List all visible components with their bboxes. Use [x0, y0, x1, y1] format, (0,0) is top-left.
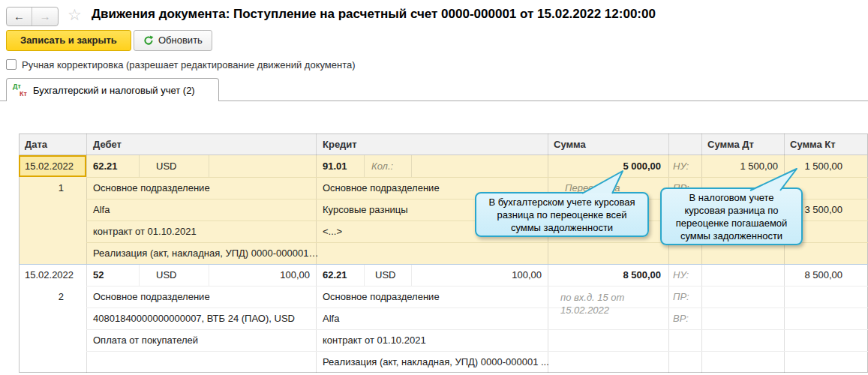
- row1-debit-account[interactable]: 62.21: [93, 155, 118, 177]
- row1-debit-analytics-1[interactable]: Основное подразделение: [93, 177, 210, 199]
- row2-debit-account[interactable]: 52: [93, 264, 104, 286]
- row2-credit-account[interactable]: 62.21: [323, 264, 347, 286]
- page-title: Движения документа: Поступление на расче…: [92, 7, 656, 22]
- row1-nu-label: НУ:: [673, 155, 689, 177]
- row1-debit-currency[interactable]: USD: [156, 155, 176, 177]
- column-header-date[interactable]: Дата: [25, 134, 47, 155]
- row2-sum-note: по вх.д. 15 от 15.02.2022: [560, 291, 624, 316]
- row2-date[interactable]: 15.02.2022: [25, 264, 74, 286]
- row1-credit-account[interactable]: 91.01: [323, 155, 347, 177]
- gridline: [548, 134, 548, 373]
- gridline: [209, 264, 209, 286]
- row1-debit-analytics-3[interactable]: контракт от 01.10.2021: [93, 220, 197, 242]
- row2-debit-analytics-1[interactable]: Основное подразделение: [93, 286, 210, 308]
- tab-label: Бухгалтерский и налоговый учет (2): [33, 85, 195, 96]
- dt-kt-icon: Дт Кт: [13, 82, 28, 98]
- row1-credit-analytics-1[interactable]: Основное подразделение: [323, 177, 440, 199]
- row2-credit-analytics-2[interactable]: Alfa: [323, 308, 339, 329]
- row1-number: 1: [19, 177, 64, 199]
- row1-qty-label: Кол.:: [371, 155, 393, 177]
- callout-accounting-pointer: [576, 168, 627, 194]
- refresh-icon: [143, 35, 154, 46]
- column-header-sum[interactable]: Сумма: [554, 134, 586, 155]
- row2-credit-currency[interactable]: USD: [375, 264, 395, 286]
- row2-debit-analytics-3[interactable]: Оплата от покупателей: [93, 329, 198, 351]
- nav-button-group: ← →: [6, 7, 59, 26]
- column-header-sum-dt[interactable]: Сумма Дт: [707, 134, 754, 155]
- row2-vr-label: ВР:: [673, 308, 689, 329]
- row2-pr-label: ПР:: [673, 286, 689, 308]
- gridline: [86, 134, 87, 373]
- row1-credit-analytics-2[interactable]: Курсовые разницы: [323, 199, 408, 220]
- callout-tax-note: В налоговом учете курсовая разница по пе…: [660, 188, 803, 245]
- row2-debit-currency[interactable]: USD: [156, 264, 176, 286]
- gridline: [411, 155, 412, 177]
- document-movements-window: ← → ☆ Движения документа: Поступление на…: [0, 0, 868, 375]
- gridline: [139, 155, 140, 177]
- gridline: [701, 134, 702, 373]
- forward-button[interactable]: →: [32, 8, 58, 26]
- forward-arrow-icon: →: [40, 10, 51, 22]
- column-header-debit[interactable]: Дебет: [93, 134, 122, 155]
- manual-correction-label: Ручная корректировка (разрешает редактир…: [22, 59, 356, 70]
- gridline: [86, 329, 868, 330]
- column-header-sum-kt[interactable]: Сумма Кт: [790, 134, 836, 155]
- row2-nu-label: НУ:: [673, 264, 689, 286]
- gridline: [411, 264, 412, 286]
- row2-credit-analytics-3[interactable]: контракт от 01.10.2021: [323, 329, 426, 351]
- favorite-star-icon[interactable]: ☆: [68, 6, 82, 24]
- gridline: [364, 155, 365, 177]
- back-arrow-icon: ←: [14, 10, 25, 22]
- row1-debit-analytics-4[interactable]: Реализация (акт, накладная, УПД) 0000-00…: [93, 242, 318, 264]
- row2-credit-analytics-1[interactable]: Основное подразделение: [323, 286, 440, 308]
- row1-credit-analytics-3[interactable]: <...>: [323, 220, 342, 242]
- row2-sum[interactable]: 8 500,00: [551, 264, 661, 286]
- row2-debit-amount[interactable]: 100,00: [210, 264, 310, 286]
- kt-glyph: Кт: [20, 90, 27, 98]
- row2-debit-analytics-2[interactable]: 40801840000000000007, ВТБ 24 (ПАО), USD: [93, 308, 295, 329]
- row2-credit-amount[interactable]: 100,00: [413, 264, 542, 286]
- back-button[interactable]: ←: [7, 8, 32, 26]
- gridline: [668, 134, 669, 373]
- dt-glyph: Дт: [13, 82, 21, 90]
- callout-tax-pointer: [743, 166, 803, 191]
- row2-number: 2: [19, 286, 64, 308]
- row1-date[interactable]: 15.02.2022: [25, 155, 74, 177]
- refresh-label: Обновить: [158, 31, 203, 50]
- row2-nu-sum-kt[interactable]: 8 500,00: [786, 264, 842, 286]
- gridline: [364, 264, 365, 286]
- refresh-button[interactable]: Обновить: [134, 30, 212, 51]
- save-and-close-button[interactable]: Записать и закрыть: [6, 30, 131, 51]
- row2-credit-analytics-4[interactable]: Реализация (акт, накладная, УПД) 0000-00…: [323, 351, 549, 373]
- row1-debit-analytics-2[interactable]: Alfa: [93, 199, 110, 220]
- column-header-credit[interactable]: Кредит: [323, 134, 357, 155]
- tab-accounting-tax[interactable]: Дт Кт Бухгалтерский и налоговый учет (2): [6, 78, 219, 101]
- callout-accounting-note: В бухгалтерском учете курсовая разница п…: [475, 192, 649, 237]
- manual-correction-checkbox[interactable]: [6, 59, 17, 70]
- gridline: [139, 264, 140, 286]
- gridline: [209, 155, 209, 177]
